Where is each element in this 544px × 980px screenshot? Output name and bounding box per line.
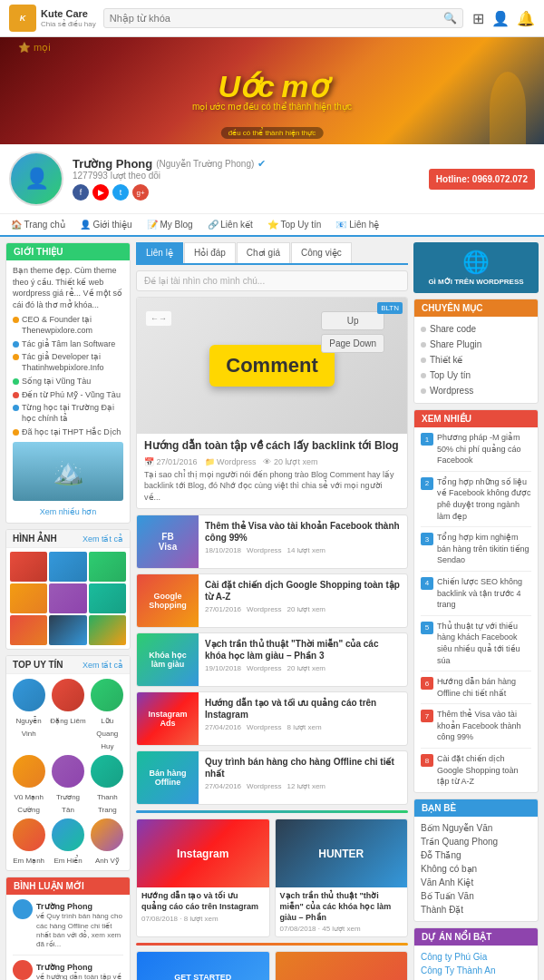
grid-icon[interactable]: ⊞ bbox=[472, 10, 484, 27]
see-more-link[interactable]: Xem nhiều hơn bbox=[13, 505, 123, 518]
photo-thumb-7[interactable] bbox=[10, 615, 47, 645]
grid-article-1: Instagram Hướng dẫn tạo và tối ưu quảng … bbox=[136, 818, 270, 937]
trusted-person-4[interactable]: Vũ Mạnh Cường bbox=[11, 755, 46, 815]
category-label-4: Top Uy tín bbox=[430, 370, 471, 380]
bell-icon[interactable]: 🔔 bbox=[517, 10, 535, 27]
trusted-person-6[interactable]: Thanh Trang bbox=[90, 755, 125, 815]
trusted-person-7[interactable]: Em Mạnh bbox=[11, 818, 46, 866]
trusted-person-3[interactable]: Lữu Quang Huy bbox=[90, 679, 125, 751]
gplus-social-icon[interactable]: g+ bbox=[132, 184, 149, 201]
article-meta-4: 27/04/2016 Wordpress 8 lượt xem bbox=[205, 723, 401, 731]
search-post-bar[interactable]: Đề lại tài nhìn cho mình chú... bbox=[136, 270, 408, 291]
category-item-5[interactable]: Wordpress bbox=[421, 383, 531, 398]
nav-item-top[interactable]: ⭐ Top Uy tín bbox=[260, 214, 329, 235]
intro-item-3: Tác giả Developer tại Thatinhwebpixlore.… bbox=[13, 352, 123, 373]
article-title-4[interactable]: Hướng dẫn tạo và tối ưu quảng cáo trên I… bbox=[205, 697, 401, 720]
nav-item-intro[interactable]: 👤 Giới thiệu bbox=[73, 214, 140, 235]
twitter-social-icon[interactable]: t bbox=[112, 184, 129, 201]
popular-item-1[interactable]: 1 Phương pháp -M giảm 50% chi phí quảng … bbox=[421, 432, 531, 472]
photo-thumb-5[interactable] bbox=[49, 583, 86, 613]
article-title-3[interactable]: Vạch trần thủ thuật "Thời miễn" của các … bbox=[205, 638, 401, 662]
comment-avatar-2 bbox=[13, 960, 33, 980]
nav-item-home[interactable]: 🏠 Trang chủ bbox=[4, 214, 73, 235]
photo-thumb-2[interactable] bbox=[49, 552, 86, 582]
category-item-2[interactable]: Share Plugin bbox=[421, 337, 531, 352]
grid-article-2: HUNTER Vạch trần thủ thuật "thời miễn" c… bbox=[275, 818, 409, 937]
nav-item-contact[interactable]: 📧 Liên hệ bbox=[328, 214, 386, 235]
popular-item-7[interactable]: 7 Thêm thẻ Visa vào tài khoản Facebook t… bbox=[421, 709, 531, 749]
photo-thumb-4[interactable] bbox=[10, 583, 47, 613]
search-bar[interactable]: 🔍 bbox=[103, 8, 463, 28]
tab-hoi-dap[interactable]: Hỏi đáp bbox=[184, 242, 236, 263]
friend-4[interactable]: Không có bạn bbox=[421, 862, 531, 876]
trusted-see-all[interactable]: Xem tất cả bbox=[83, 661, 123, 670]
photo-thumb-1[interactable] bbox=[10, 552, 47, 582]
categories-title: CHUYÊN MỤC bbox=[414, 299, 538, 317]
category-dot-5 bbox=[421, 388, 426, 394]
tab-choi-gia[interactable]: Chơi giá bbox=[237, 242, 290, 263]
trusted-person-9[interactable]: Anh Vỹ bbox=[90, 818, 125, 866]
trusted-person-8[interactable]: Em Hiển bbox=[50, 818, 85, 866]
friend-7[interactable]: Thành Đặt bbox=[421, 903, 531, 916]
popular-item-6[interactable]: 6 Hướng dẫn bán hàng Offline chi tiết nh… bbox=[421, 676, 531, 704]
facebook-social-icon[interactable]: f bbox=[73, 184, 89, 201]
featured-article-title[interactable]: Hướng dẫn toàn tập về cách lấy backlink … bbox=[144, 439, 400, 454]
grid-title-2[interactable]: Vạch trần thủ thuật "thời miễn" của các … bbox=[280, 891, 403, 923]
trusted-person-1[interactable]: Nguyễn Vinh bbox=[11, 679, 46, 751]
friend-3[interactable]: Đỗ Thắng bbox=[421, 848, 531, 862]
popular-text-8: Cài đặt chiến dịch Google Shopping toàn … bbox=[437, 753, 531, 788]
popular-item-3[interactable]: 3 Tổng hợp kim nghiệm bán hàng trên tiki… bbox=[421, 532, 531, 572]
popular-num-5: 5 bbox=[421, 622, 433, 634]
article-title-5[interactable]: Quy trình bán hàng cho hàng Offline chi … bbox=[205, 756, 401, 779]
projects-section: DỰ ÁN NỔI BẬT Công ty Phú Gia Công Ty Th… bbox=[413, 927, 539, 980]
category-item-4[interactable]: Top Uy tín bbox=[421, 368, 531, 383]
friend-2[interactable]: Trần Quang Phong bbox=[421, 835, 531, 848]
popular-item-5[interactable]: 5 Thủ thuật tự với thiếu hàng khách Face… bbox=[421, 621, 531, 671]
youtube-social-icon[interactable]: ▶ bbox=[92, 184, 109, 201]
article-meta-2: 27/01/2016 Wordpress 20 lượt xem bbox=[205, 605, 401, 613]
project-2[interactable]: Công Ty Thành An bbox=[421, 964, 531, 977]
category-item-1[interactable]: Share code bbox=[421, 321, 531, 337]
article-thumb-5: Bán hàngOffline bbox=[137, 751, 199, 804]
photo-thumb-9[interactable] bbox=[89, 615, 126, 645]
intro-item-text-2: Tác giả Tâm lan Software bbox=[22, 339, 115, 350]
trusted-person-2[interactable]: Đặng Liêm bbox=[50, 679, 85, 751]
trusted-person-5[interactable]: Trương Tân bbox=[50, 755, 85, 815]
article-thumb-3: Khóa họclàm giàu bbox=[137, 633, 199, 686]
popular-item-4[interactable]: 4 Chiến lược SEO không backlink và tận t… bbox=[421, 576, 531, 616]
trusted-name-7: Em Mạnh bbox=[13, 857, 44, 865]
dot-icon-2 bbox=[13, 341, 19, 348]
intro-item-2: Tác giả Tâm lan Software bbox=[13, 339, 123, 350]
search-input[interactable] bbox=[110, 13, 443, 24]
trusted-name-4: Vũ Mạnh Cường bbox=[14, 793, 44, 814]
comment-author-1[interactable]: Trường Phong bbox=[36, 902, 92, 911]
tab-cong-viec[interactable]: Công việc bbox=[291, 242, 352, 263]
verified-icon: ✔ bbox=[257, 158, 266, 170]
category-item-3[interactable]: Thiết kế bbox=[421, 352, 531, 368]
photos-see-all[interactable]: Xem tất cả bbox=[83, 534, 123, 544]
photo-thumb-3[interactable] bbox=[89, 552, 126, 582]
friend-1[interactable]: Bốm Nguyễn Văn bbox=[421, 821, 531, 835]
popular-item-2[interactable]: 2 Tổng hợp những số liệu về Facebook khô… bbox=[421, 476, 531, 527]
logo[interactable]: K Kute Care Chia sẻ điều hay bbox=[9, 5, 96, 32]
main-container: GIỚI THIỆU Bạn theme đẹp. Cùm theme theo… bbox=[0, 237, 544, 980]
photo-thumb-8[interactable] bbox=[49, 615, 86, 645]
intro-item-text-3: Tác giả Developer tại Thatinhwebpixlore.… bbox=[22, 352, 123, 373]
article-title-1[interactable]: Thêm thẻ Visa vào tài khoản Facebook thà… bbox=[205, 520, 401, 544]
comment-author-2[interactable]: Trường Phong bbox=[36, 963, 92, 972]
user-icon[interactable]: 👤 bbox=[491, 10, 510, 27]
nav-item-blog[interactable]: 📝 My Blog bbox=[140, 214, 200, 235]
tab-lien-he[interactable]: Liên lệ bbox=[136, 242, 183, 263]
popular-item-8[interactable]: 8 Cài đặt chiến dịch Google Shopping toà… bbox=[421, 753, 531, 788]
hotline-button[interactable]: Hotline: 0969.072.072 bbox=[429, 169, 535, 190]
friend-5[interactable]: Văn Anh Kiệt bbox=[421, 876, 531, 889]
popular-text-3: Tổng hợp kim nghiệm bán hàng trên tikiti… bbox=[437, 532, 531, 566]
article-title-2[interactable]: Cài đặt chiến dịch Google Shopping toàn … bbox=[205, 579, 401, 603]
dot-icon-6 bbox=[13, 405, 19, 411]
photo-thumb-6[interactable] bbox=[89, 583, 126, 613]
popular-text-6: Hướng dẫn bán hàng Offline chi tiết nhất bbox=[437, 676, 531, 699]
friend-6[interactable]: Bố Tuấn Văn bbox=[421, 889, 531, 903]
grid-title-1[interactable]: Hướng dẫn tạo và tối ưu quảng cáo cáo tr… bbox=[141, 891, 265, 912]
project-1[interactable]: Công ty Phú Gia bbox=[421, 950, 531, 964]
nav-item-links[interactable]: 🔗 Liên kết bbox=[200, 214, 260, 235]
